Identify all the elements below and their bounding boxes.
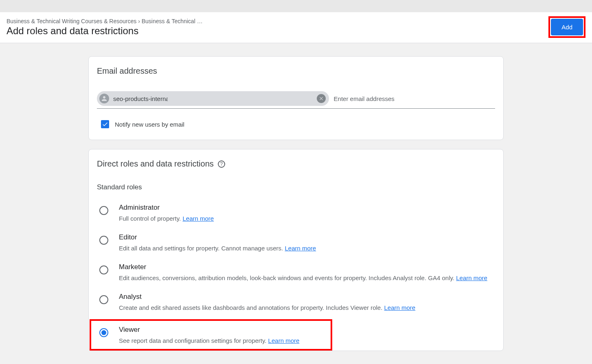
breadcrumb[interactable]: Business & Technical Writing Courses & R… [7, 18, 203, 24]
chip-text: seo-products-interna [113, 95, 169, 102]
remove-chip-icon[interactable] [317, 94, 326, 103]
learn-more-link[interactable]: Learn more [384, 304, 416, 311]
radio-administrator[interactable] [99, 206, 108, 215]
role-title: Administrator [119, 204, 493, 212]
page-title: Add roles and data restrictions [7, 25, 203, 37]
role-desc: Create and edit shared assets like dashb… [119, 304, 493, 311]
role-title: Marketer [119, 263, 493, 271]
role-title: Analyst [119, 293, 493, 301]
role-analyst[interactable]: Analyst Create and edit shared assets li… [97, 289, 495, 319]
notify-checkbox[interactable] [101, 120, 109, 128]
role-desc: Edit audiences, conversions, attribution… [119, 274, 493, 281]
roles-card: Direct roles and data restrictions ? Sta… [88, 149, 504, 351]
radio-editor[interactable] [99, 236, 108, 245]
email-input-row[interactable]: seo-products-interna Enter email address… [97, 91, 495, 109]
role-title: Editor [119, 233, 493, 241]
roles-heading: Direct roles and data restrictions [97, 159, 214, 169]
email-input-placeholder[interactable]: Enter email addresses [334, 95, 395, 102]
role-editor[interactable]: Editor Edit all data and settings for pr… [97, 230, 495, 260]
learn-more-link[interactable]: Learn more [456, 274, 487, 281]
learn-more-link[interactable]: Learn more [182, 215, 214, 222]
standard-roles-heading: Standard roles [97, 183, 495, 191]
role-administrator[interactable]: Administrator Full control of property. … [97, 200, 495, 230]
add-button-highlight: Add [548, 16, 585, 38]
role-desc: Edit all data and settings for property.… [119, 245, 493, 252]
redacted-region [168, 94, 314, 103]
role-desc: Full control of property. Learn more [119, 215, 493, 222]
viewer-highlight: Viewer See report data and configuration… [90, 319, 332, 351]
email-chip[interactable]: seo-products-interna [97, 91, 329, 106]
radio-analyst[interactable] [99, 295, 108, 304]
role-title: Viewer [119, 326, 322, 334]
email-heading: Email addresses [97, 66, 495, 76]
add-button[interactable]: Add [551, 19, 583, 35]
email-card: Email addresses seo-products-interna Ent… [88, 56, 504, 140]
role-viewer[interactable]: Viewer See report data and configuration… [97, 322, 325, 346]
role-desc: See report data and configuration settin… [119, 337, 322, 344]
notify-label: Notify new users by email [115, 121, 184, 128]
help-icon[interactable]: ? [218, 160, 225, 168]
radio-marketer[interactable] [99, 265, 108, 274]
learn-more-link[interactable]: Learn more [268, 337, 300, 344]
person-icon [99, 94, 109, 103]
radio-viewer[interactable] [99, 328, 108, 337]
learn-more-link[interactable]: Learn more [285, 245, 316, 252]
role-marketer[interactable]: Marketer Edit audiences, conversions, at… [97, 260, 495, 289]
page-header: Business & Technical Writing Courses & R… [0, 12, 592, 43]
